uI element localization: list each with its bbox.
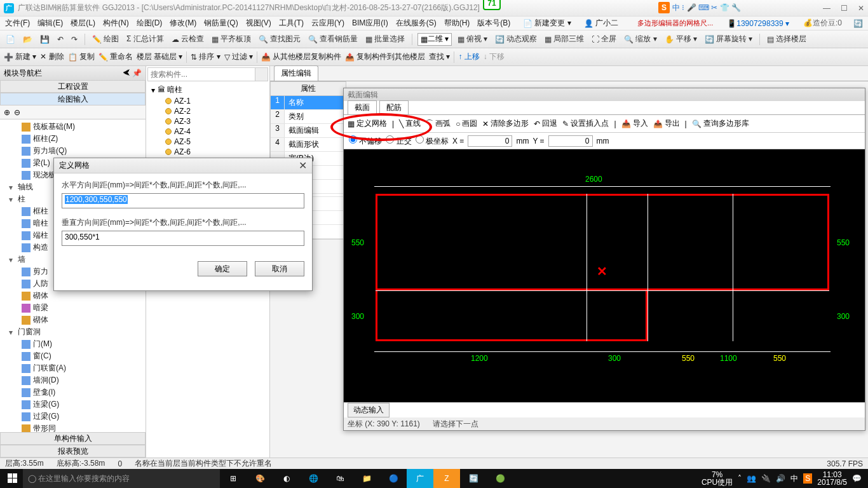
explorer-icon[interactable]: 📁 [353,469,380,488]
new-button[interactable]: ➕新建 ▾ [4,51,36,62]
component-root[interactable]: ▾ 🏛 暗柱 [146,84,269,96]
move-down-button[interactable]: ↓ 下移 [484,51,505,62]
draw-button[interactable]: ✏️绘图 [90,32,121,46]
clear-poly-button[interactable]: ✕清除多边形 [482,118,529,129]
minimize-button[interactable]: — [823,4,831,13]
maximize-button[interactable]: ☐ [841,4,848,13]
collapse-icon[interactable]: ⊖ [14,108,20,117]
delete-button[interactable]: ✕ 删除 [40,51,64,62]
new-change-button[interactable]: 📄新建变更 ▾ [520,17,573,30]
batch-select-button[interactable]: ▦批量选择 [363,32,407,46]
cloud-check-button[interactable]: ☁云检查 [170,32,206,46]
tree-node[interactable]: 砌体 [0,314,146,326]
app-icon-4[interactable]: 广 [407,469,433,488]
tree-node[interactable]: 暗梁 [0,302,146,314]
view-mode-select[interactable]: ▦ 二维 ▾ [417,33,452,46]
tree-node[interactable]: 连梁(G) [0,398,146,410]
component-item[interactable]: AZ-1 [146,96,269,106]
ok-button[interactable]: 确定 [198,261,247,276]
tray-up-icon[interactable]: ˄ [738,474,742,483]
component-item[interactable]: AZ-3 [146,116,269,126]
find-elem-button[interactable]: 🔍查找图元 [257,32,302,46]
tree-node[interactable]: 剪力墙(Q) [0,145,146,157]
ime-icons[interactable]: 中 ⁝ 🎤 ⌨ ✂ 👕 🔧 [672,3,741,13]
app-icon-3[interactable]: 🔵 [380,469,407,488]
x-input[interactable] [468,135,512,147]
sogou-icon[interactable]: S [658,2,670,13]
refresh-icon[interactable]: 🔄 [851,18,865,29]
search-go-button[interactable] [255,68,268,81]
menu-file[interactable]: 文件(F) [3,17,32,30]
copy-to-floor-button[interactable]: 📤复制构件到其他楼层 [345,51,425,62]
circle-button[interactable]: ○画圆 [456,118,477,129]
component-search[interactable] [147,67,268,81]
tray-power-icon[interactable]: 🔌 [761,474,771,483]
v-spacing-input[interactable]: 300,550*1 [62,231,304,246]
copy-button[interactable]: 📋复制 [68,51,95,62]
userid-button[interactable]: 📱13907298339 ▾ [724,18,792,29]
app-icon-7[interactable]: 🟢 [487,469,513,488]
undo-button[interactable]: ↶回退 [534,118,557,129]
task-view-icon[interactable]: ⊞ [220,469,247,488]
line-button[interactable]: ╲直线 [399,118,421,129]
filter-button[interactable]: ▽过滤 ▾ [224,51,253,62]
component-item[interactable]: AZ-5 [146,137,269,147]
define-grid-button[interactable]: ▦定义网格 [348,118,387,129]
menu-edit[interactable]: 编辑(E) [35,17,65,30]
menu-help[interactable]: 帮助(H) [442,17,473,30]
prop-row[interactable]: 4截面形状 [271,138,346,152]
cpu-meter[interactable]: 7%CPU使用 [702,471,733,486]
undo-icon[interactable]: ↶ [55,34,65,45]
select-floor-button[interactable]: ▤选择楼层 [765,32,808,46]
tab-section[interactable]: 截面 [348,100,377,114]
sum-button[interactable]: Σ 汇总计算 [125,32,166,46]
orbit-button[interactable]: 🔄动态观察 [493,32,539,46]
tray-volume-icon[interactable]: 🔊 [776,474,785,483]
menu-floor[interactable]: 楼层(L) [68,17,98,30]
section-single-input[interactable]: 单构件输入 [0,432,146,445]
fullscreen-button[interactable]: ⛶全屏 [590,32,618,46]
new-file-icon[interactable]: 📄 [4,34,17,45]
notifications-icon[interactable]: 💬 [852,474,862,483]
redo-icon[interactable]: ↷ [69,34,79,45]
h-spacing-input[interactable]: 1200,300,550,550 [62,193,304,208]
menu-online[interactable]: 在线服务(S) [393,17,439,30]
tray-people-icon[interactable]: 👥 [747,474,756,483]
menu-tools[interactable]: 工具(T) [276,17,306,30]
menu-rebar[interactable]: 钢筋量(Q) [201,17,240,30]
flat-top-button[interactable]: ▦平齐板顶 [210,32,253,46]
component-item[interactable]: AZ-6 [146,147,269,157]
menu-view[interactable]: 视图(V) [243,17,274,30]
save-icon[interactable]: 💾 [38,34,51,45]
set-insert-button[interactable]: ✎设置插入点 [562,118,609,129]
export-button[interactable]: 📤导出 [653,118,680,129]
component-item[interactable]: AZ-2 [146,106,269,116]
bean-count[interactable]: 💰造价豆:0 [801,17,844,30]
tree-node[interactable]: 框柱(Z) [0,133,146,145]
tree-node[interactable]: ▾门窗洞 [0,326,146,338]
user-button[interactable]: 👤广小二 [581,17,621,30]
y-input[interactable] [548,135,593,147]
menu-bim[interactable]: BIM应用(I) [349,17,391,30]
import-button[interactable]: 📥导入 [621,118,648,129]
section-canvas[interactable]: 2600 ✕ 550 300 550 300 1200 300 550 1100… [344,149,865,402]
tree-node[interactable]: 窗(C) [0,350,146,362]
close-button[interactable]: ✕ [858,4,864,13]
copy-from-floor-button[interactable]: 📥从其他楼层复制构件 [261,51,341,62]
taskbar-search[interactable]: ◯ 在这里输入你要搜索的内容 [23,469,220,488]
tree-node[interactable]: 门(M) [0,338,146,350]
opt-ortho[interactable]: 正交 [386,135,411,147]
rename-button[interactable]: ✏️重命名 [98,51,133,62]
section-project-settings[interactable]: 工程设置 [0,80,146,93]
menu-modify[interactable]: 修改(M) [167,17,199,30]
cancel-button[interactable]: 取消 [255,261,304,276]
opt-polar[interactable]: 极坐标 [416,135,449,147]
app-icon-5[interactable]: Z [433,469,460,488]
find-button[interactable]: 查找 ▾ [429,51,450,62]
menu-draw[interactable]: 绘图(D) [134,17,165,30]
prop-row[interactable]: 2类别 [271,110,346,124]
tree-node[interactable]: 墙洞(D) [0,374,146,386]
tray-ime-icon[interactable]: 中 [790,473,798,484]
tab-rebar[interactable]: 配筋 [379,100,409,114]
prop-row[interactable]: 1名称 [271,96,346,110]
